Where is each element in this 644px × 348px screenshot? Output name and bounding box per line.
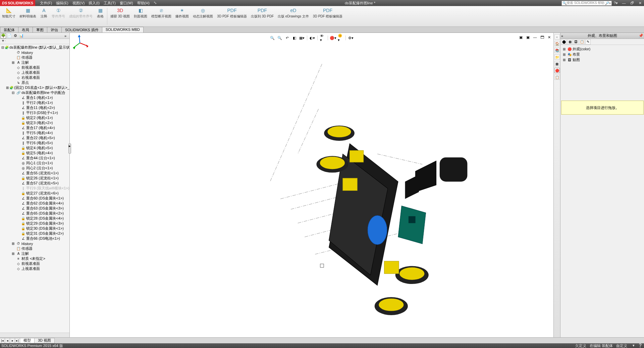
appearance-node[interactable]: ⊞🎭布景 (562, 52, 643, 57)
ribbon-模型断开视图[interactable]: ⎚模型断开视图 (149, 7, 173, 18)
tree-item[interactable]: ∠重合44 (云台<1>) (0, 156, 69, 161)
tree-item[interactable]: ◎同心1 (云台<1>) (0, 161, 69, 166)
tree-item[interactable]: ⊞🧩(固定) DS底盘<1> (默认<<默认>_显 (0, 85, 69, 90)
expand-icon[interactable]: ⊟ (1, 46, 4, 49)
ribbon-出版 eDrawings 文件[interactable]: eD出版 eDrawings 文件 (276, 7, 311, 18)
ribbon-出版到 3D PDF[interactable]: PDF出版到 3D PDF (249, 7, 276, 18)
menu-view[interactable]: 视图(V) (70, 1, 87, 6)
tree-item[interactable]: ∠重合62 (DS金属块<4>) (0, 201, 69, 206)
tree-item[interactable]: 📋传感器 (0, 246, 69, 251)
orientation-triad[interactable] (70, 33, 90, 53)
ribbon-爆炸视图[interactable]: ✴爆炸视图 (173, 7, 191, 18)
ribbon-剖面视图[interactable]: ◧剖面视图 (132, 7, 149, 18)
task-library-icon[interactable]: 📚 (554, 48, 560, 53)
tree-item[interactable]: 🔒锁定26 (尼龙柱<1>) (0, 176, 69, 181)
tree-item[interactable]: ⊟🔗ds装配爆炸图line 中的配合 (0, 90, 69, 95)
tree-item[interactable]: ∠重合55 (尼龙柱<1>) (0, 171, 69, 176)
expand-icon[interactable]: ⊞ (11, 242, 15, 245)
fm-tab-config-icon[interactable]: ⚙ (13, 33, 18, 39)
menu-tools[interactable]: 工具(T) (102, 1, 118, 6)
tree-item[interactable]: ↳原点 (0, 80, 69, 85)
tree-item[interactable]: 🔒锁定28 (DS金属块<4>) (0, 216, 69, 221)
tree-item[interactable]: 🔒锁定3 (电机<2>) (0, 120, 69, 125)
fm-tab-dim-icon[interactable]: 📊 (19, 33, 24, 39)
tree-item[interactable]: ∥平行6 (电机<5>) (0, 140, 69, 146)
appear-tool-1-icon[interactable]: ⬤ (561, 39, 567, 45)
appear-tool-4-icon[interactable]: 📋 (579, 39, 585, 45)
fm-tab-property-icon[interactable]: 📄 (7, 33, 12, 39)
tree-item[interactable]: ∥平行5 (电机<4>) (0, 130, 69, 135)
tree-item[interactable]: ◎同心2 (云台<1>) (0, 166, 69, 171)
cmdtab-草图[interactable]: 草图 (33, 27, 47, 33)
tree-item[interactable]: ⊟🧩ds装配爆炸图line (默认<默认_显示状 (0, 45, 69, 50)
expand-icon[interactable]: ⊞ (11, 61, 15, 64)
tab-nav-next-icon[interactable]: ▸ (10, 338, 15, 343)
feature-tree[interactable]: ⊟🧩ds装配爆炸图line (默认<默认_显示状⏱History📋传感器⊞A注解… (0, 44, 69, 333)
expand-icon[interactable]: ⊞ (6, 86, 9, 90)
tree-item[interactable]: ∠重合22 (电机<5>) (0, 135, 69, 140)
tab-nav-last-icon[interactable]: ▸| (15, 338, 20, 343)
ribbon-表格[interactable]: ▦表格 (95, 7, 106, 18)
tree-item[interactable]: ∠重合1 (电机<1>) (0, 95, 69, 100)
tree-item[interactable]: ⊞⏱History (0, 241, 69, 246)
tree-item[interactable]: ∠重合66 (DS电池<1>) (0, 236, 69, 241)
tree-item[interactable]: ∥平行3 (DS轮子<1>) (0, 110, 69, 115)
task-custom-icon[interactable]: 📋 (554, 74, 560, 80)
fm-tab-tree-icon[interactable]: 🌳 (1, 33, 6, 39)
ribbon-注释[interactable]: A注释 (38, 7, 50, 18)
appearance-tree[interactable]: ⊞🔴外观(color)⊞🎭布景⊞🖼贴图 (560, 45, 644, 64)
expand-icon[interactable]: ⊞ (562, 47, 567, 51)
status-help-icon[interactable]: ❔ (638, 343, 643, 348)
appear-tool-5-icon[interactable]: ✎ (585, 39, 591, 45)
cmdtab-布局[interactable]: 布局 (18, 27, 33, 33)
restore-button[interactable]: 🗗 (628, 0, 636, 6)
tree-item[interactable]: 🔒锁定5 (电机<4>) (0, 151, 69, 156)
menu-help[interactable]: 帮助(H) (135, 1, 152, 6)
tree-item[interactable]: 🔒锁定30 (DS金属块<1>) (0, 226, 69, 231)
appear-tool-2-icon[interactable]: ▦ (567, 39, 573, 45)
tree-item[interactable]: ◇上视基准面 (0, 70, 69, 75)
tree-item[interactable]: ∠重合63 (DS金属块<3>) (0, 206, 69, 211)
task-home-icon[interactable]: 🏠 (554, 41, 560, 46)
tree-item[interactable]: 🔒锁定4 (电机<5>) (0, 146, 69, 151)
tree-item[interactable]: 🔒锁定31 (DS金属块<2>) (0, 231, 69, 236)
tree-item[interactable]: ◇上视基准面 (0, 266, 69, 271)
tree-item[interactable]: 🔒锁定27 (尼龙柱<6>) (0, 191, 69, 196)
tree-item[interactable]: ∠重合57 (尼龙柱<5>) (0, 181, 69, 186)
fm-scroll-h[interactable] (0, 333, 69, 337)
close-button[interactable]: ✕ (636, 0, 644, 6)
expand-icon[interactable]: ⊞ (562, 58, 567, 62)
ribbon-捕获 3D 视图[interactable]: 3D捕获 3D 视图 (108, 7, 132, 18)
task-appearance-icon[interactable]: 🔴 (554, 68, 560, 73)
ribbon-3D PDF 模板编辑器[interactable]: PDF3D PDF 模板编辑器 (215, 7, 249, 18)
cmdtab-SOLIDWORKS 插件[interactable]: SOLIDWORKS 插件 (61, 27, 102, 33)
appearance-node[interactable]: ⊞🔴外观(color) (562, 46, 643, 52)
help-icon[interactable]: ?▾ (612, 0, 620, 6)
menu-overflow-icon[interactable]: ⤡ (152, 1, 159, 6)
status-notif-icon[interactable]: ▾ (633, 343, 635, 348)
tree-item[interactable]: ⊞A注解 (0, 60, 69, 65)
panel-pin-icon[interactable]: 📌 (639, 34, 643, 38)
fm-filter[interactable]: ▼· (0, 39, 69, 44)
task-arrow-icon[interactable]: « (554, 34, 560, 40)
task-view-icon[interactable]: ▦ (554, 61, 560, 66)
fm-expand-icon[interactable]: » (63, 33, 68, 39)
menu-insert[interactable]: 插入(I) (87, 1, 101, 6)
ribbon-材料明细表[interactable]: ▦材料明细表 (17, 7, 38, 18)
tree-item[interactable]: ◇前视基准面 (0, 261, 69, 266)
tab-nav-prev-icon[interactable]: ◂ (5, 338, 10, 343)
menu-window[interactable]: 窗口(W) (118, 1, 135, 6)
tree-item[interactable]: 📋传感器 (0, 55, 69, 60)
tree-item[interactable]: ∠重合60 (DS金属块<1>) (0, 196, 69, 201)
search-dropdown-icon[interactable]: 🔎▾ (605, 1, 611, 5)
cmdtab-SOLIDWORKS MBD[interactable]: SOLIDWORKS MBD (102, 27, 144, 33)
tree-item[interactable]: ⊞A注解 (0, 251, 69, 256)
status-custom[interactable]: 自定义 (616, 343, 627, 348)
tree-item[interactable]: 🔒锁定2 (电机<1>) (0, 115, 69, 120)
tree-item[interactable]: ◇前视基准面 (0, 65, 69, 70)
tree-item[interactable]: 🔒锁定29 (DS金属块<3>) (0, 221, 69, 226)
bottom-tab-3D 视图[interactable]: 3D 视图 (34, 338, 55, 343)
panel-collapse-icon[interactable]: « (561, 34, 563, 38)
tree-item[interactable]: ⏱History (0, 50, 69, 55)
appearance-node[interactable]: ⊞🖼贴图 (562, 57, 643, 62)
